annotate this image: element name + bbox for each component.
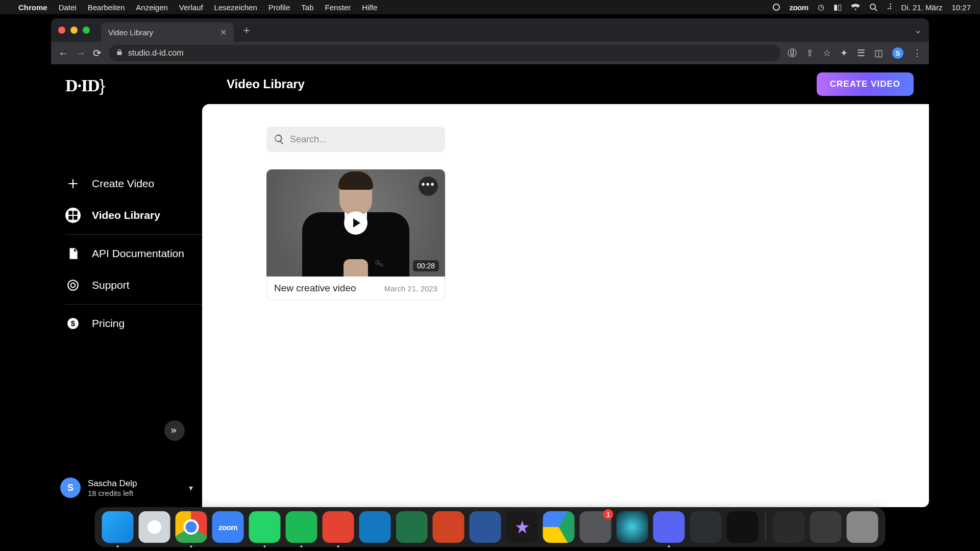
sidebar-divider	[65, 304, 202, 305]
menubar-item[interactable]: Tab	[301, 3, 313, 12]
reload-button[interactable]: ⟳	[93, 47, 102, 59]
sidepanel-icon[interactable]: ◫	[874, 47, 883, 59]
svg-text:$: $	[71, 319, 76, 328]
share-icon[interactable]: ⇪	[806, 47, 814, 59]
browser-tabstrip: Video Library ✕ ＋ ⌄	[51, 18, 929, 42]
dock-system-settings[interactable]: 1	[580, 511, 611, 543]
dock-zoom[interactable]: zoom	[212, 511, 244, 543]
tab-overflow-button[interactable]: ⌄	[914, 24, 922, 36]
chrome-profile-button[interactable]: S	[892, 47, 903, 59]
sidebar-item-support[interactable]: Support	[51, 269, 202, 301]
dock-word[interactable]	[470, 511, 501, 543]
dock-excel[interactable]	[396, 511, 428, 543]
tab-title: Video Library	[108, 28, 153, 37]
menubar-time[interactable]: 10:27	[951, 3, 971, 12]
user-menu[interactable]: S Sascha Delp 18 credits left ▾	[60, 478, 193, 498]
dock-quicktime[interactable]	[690, 511, 722, 543]
lifebuoy-icon	[65, 278, 81, 293]
google-lens-icon[interactable]: ⓖ	[788, 47, 797, 59]
dock-chrome[interactable]	[176, 511, 207, 543]
lock-icon[interactable]	[116, 48, 123, 58]
dock-powerpoint[interactable]	[433, 511, 464, 543]
user-credits: 18 credits left	[88, 489, 137, 497]
browser-window: Video Library ✕ ＋ ⌄ ← → ⟳ studio.d-id.co…	[51, 18, 929, 507]
dock-whatsapp[interactable]	[249, 511, 281, 543]
menubar-item[interactable]: Bearbeiten	[88, 3, 125, 12]
dollar-icon: $	[65, 316, 81, 331]
dock-trash[interactable]	[847, 511, 878, 543]
sidebar-item-label: API Documentation	[92, 247, 184, 260]
sidebar-item-label: Create Video	[92, 178, 154, 190]
dock-voice-memos[interactable]	[727, 511, 758, 543]
sidebar-item-label: Support	[92, 279, 130, 291]
dock-safari[interactable]	[139, 511, 170, 543]
back-button[interactable]: ←	[58, 47, 68, 59]
reading-list-icon[interactable]: ☰	[857, 47, 865, 59]
user-name: Sascha Delp	[88, 479, 137, 489]
record-icon[interactable]	[773, 4, 780, 11]
menubar-item[interactable]: Verlauf	[179, 3, 203, 12]
dock-mission-control[interactable]	[810, 511, 842, 543]
menubar-date[interactable]: Di. 21. März	[901, 3, 943, 12]
dock-google-drive[interactable]	[543, 511, 575, 543]
spotlight-icon[interactable]	[869, 3, 877, 11]
sidebar-item-api-docs[interactable]: API Documentation	[51, 238, 202, 269]
play-icon[interactable]	[344, 211, 368, 235]
dock-finder[interactable]	[102, 511, 134, 543]
tab-close-icon[interactable]: ✕	[220, 28, 227, 37]
minimize-window-button[interactable]	[70, 27, 78, 34]
menubar-item[interactable]: Hilfe	[362, 3, 377, 12]
sidebar-collapse-button[interactable]	[164, 420, 185, 441]
video-thumbnail[interactable]: ••• 00:28	[266, 169, 445, 277]
menubar-right: zoom ◷ ▮▯ ⠼ Di. 21. März 10:27	[773, 3, 971, 12]
menubar-item[interactable]: Lesezeichen	[214, 3, 257, 12]
menubar-app-name[interactable]: Chrome	[18, 3, 47, 12]
control-center-icon[interactable]: ⠼	[887, 3, 892, 12]
maximize-window-button[interactable]	[83, 27, 90, 34]
menubar-item[interactable]: Profile	[268, 3, 290, 12]
forward-button[interactable]: →	[76, 47, 86, 59]
sidebar-item-pricing[interactable]: $ Pricing	[51, 308, 202, 339]
bookmark-icon[interactable]: ☆	[823, 47, 831, 59]
video-date: March 21, 2023	[384, 284, 437, 293]
sidebar-item-create-video[interactable]: Create Video	[51, 168, 202, 199]
macos-dock: zoom ★ 1	[95, 507, 886, 547]
menubar-item[interactable]: Datei	[59, 3, 77, 12]
url-text: studio.d-id.com	[128, 48, 184, 58]
dock-spotify[interactable]	[286, 511, 317, 543]
create-video-button[interactable]: CREATE VIDEO	[817, 72, 914, 96]
video-card[interactable]: ••• 00:28 New creative video March 21, 2…	[266, 169, 445, 300]
chevron-down-icon: ▾	[189, 483, 193, 493]
battery-icon[interactable]: ▮▯	[834, 3, 842, 12]
macos-menubar: Chrome Datei Bearbeiten Anzeigen Verlauf…	[0, 0, 980, 14]
app-logo[interactable]: D·ID}	[51, 64, 202, 107]
close-window-button[interactable]	[58, 27, 65, 34]
dock-separator	[766, 513, 766, 541]
dock-discord[interactable]	[653, 511, 685, 543]
dock-todoist[interactable]	[323, 511, 354, 543]
menubar-item[interactable]: Fenster	[325, 3, 351, 12]
search-box[interactable]	[266, 127, 445, 152]
zoom-status[interactable]: zoom	[789, 3, 808, 12]
plus-icon	[65, 176, 81, 191]
video-options-button[interactable]: •••	[419, 177, 438, 196]
search-input[interactable]	[290, 134, 438, 145]
dock-trello[interactable]	[359, 511, 391, 543]
dock-siri[interactable]	[617, 511, 648, 543]
menubar-left: Chrome Datei Bearbeiten Anzeigen Verlauf…	[18, 3, 377, 12]
menubar-item[interactable]: Anzeigen	[136, 3, 168, 12]
sidebar-nav: Create Video Video Library API Documenta…	[51, 168, 202, 339]
dock-imovie[interactable]: ★	[506, 511, 538, 543]
app-topbar: Video Library CREATE VIDEO	[202, 64, 929, 104]
chrome-menu-icon[interactable]: ⋮	[913, 47, 922, 59]
extensions-icon[interactable]: ✦	[840, 47, 848, 59]
browser-toolbar: ← → ⟳ studio.d-id.com ⓖ ⇪ ☆ ✦ ☰ ◫ S ⋮	[51, 42, 929, 64]
new-tab-button[interactable]: ＋	[241, 22, 252, 38]
clock-icon[interactable]: ◷	[818, 3, 824, 12]
dock-calculator[interactable]	[773, 511, 805, 543]
sidebar-item-video-library[interactable]: Video Library	[51, 199, 202, 231]
browser-tab[interactable]: Video Library ✕	[101, 22, 234, 42]
svg-line-1	[875, 9, 877, 11]
address-bar[interactable]: studio.d-id.com	[109, 45, 780, 61]
wifi-icon[interactable]	[851, 4, 860, 11]
